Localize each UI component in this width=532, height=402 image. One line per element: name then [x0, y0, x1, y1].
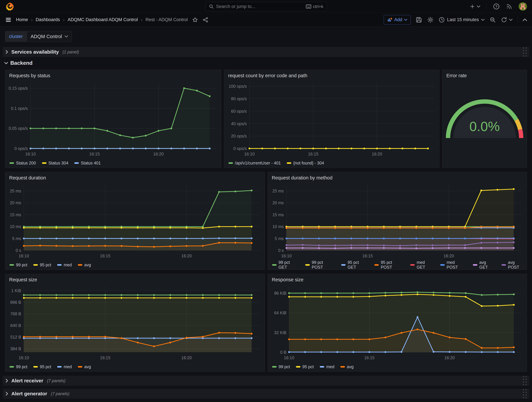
- legend-item[interactable]: Status 401: [74, 161, 101, 166]
- svg-text:16:15: 16:15: [308, 152, 318, 156]
- svg-text:10 ms: 10 ms: [10, 224, 21, 229]
- legend-item[interactable]: med: [320, 364, 334, 369]
- variable-value-dropdown[interactable]: ADQM Control: [27, 31, 72, 42]
- legend-item[interactable]: 99 pct POST: [305, 260, 335, 270]
- legend-item[interactable]: 95 pct: [33, 364, 51, 369]
- svg-text:16:15: 16:15: [100, 254, 110, 258]
- legend-swatch: [228, 162, 233, 164]
- news-button[interactable]: [506, 3, 512, 10]
- help-button[interactable]: ?: [493, 3, 500, 10]
- avatar[interactable]: [519, 2, 527, 11]
- chevron-down-icon: [509, 18, 513, 21]
- breadcrumb-dashboards[interactable]: Dashboards: [36, 17, 60, 22]
- panel-title[interactable]: Error rate: [442, 70, 527, 80]
- legend-item[interactable]: avg GET: [473, 260, 495, 270]
- legend-item[interactable]: med: [57, 262, 72, 267]
- legend-item[interactable]: 99 pct: [9, 262, 27, 267]
- breadcrumb-folder[interactable]: ADQMC Dashboard ADQM Control: [68, 17, 138, 22]
- request-size-chart[interactable]: 384 B512 B640 B768 B896 B1 KiB16:1016:15…: [5, 284, 265, 362]
- svg-text:16:20: 16:20: [153, 152, 164, 156]
- gear-icon: [427, 17, 434, 23]
- request-duration-by-method-chart[interactable]: 0 s5 ms10 ms15 ms20 ms25 ms16:1016:1516:…: [268, 182, 527, 260]
- panel-title[interactable]: Request duration: [5, 172, 265, 182]
- svg-text:16:15: 16:15: [362, 254, 373, 258]
- row-backend[interactable]: Backend: [4, 60, 532, 66]
- legend-label: avg GET: [479, 260, 495, 270]
- panel-title[interactable]: request count by error code and path: [224, 70, 439, 80]
- row-services-availability[interactable]: Services availability (1 panel): [3, 47, 529, 57]
- legend-item[interactable]: avg: [78, 262, 91, 267]
- legend-swatch: [410, 264, 415, 266]
- error-rate-gauge[interactable]: 0.0%: [442, 80, 527, 168]
- legend-label: med POST: [447, 260, 467, 270]
- chevron-up-icon: [523, 18, 527, 22]
- panel-title[interactable]: Response size: [268, 274, 527, 284]
- legend-item[interactable]: med GET: [410, 260, 434, 270]
- global-search[interactable]: ctrl+k: [205, 2, 327, 11]
- legend-label: avg POST: [508, 260, 527, 270]
- new-button[interactable]: [469, 4, 480, 9]
- svg-text:0 ops/s: 0 ops/s: [14, 146, 28, 151]
- legend-item[interactable]: 95 pct: [33, 262, 51, 267]
- refresh-button[interactable]: [501, 17, 513, 23]
- legend-swatch: [287, 162, 291, 164]
- divider: [487, 3, 487, 10]
- legend-swatch: [305, 264, 310, 266]
- variable-label[interactable]: cluster: [5, 31, 27, 42]
- legend-item[interactable]: {not found} - 304: [287, 161, 324, 166]
- legend-item[interactable]: Status 304: [42, 161, 69, 166]
- svg-text:16:20: 16:20: [181, 254, 192, 258]
- legend-item[interactable]: 95 pct: [296, 364, 314, 369]
- svg-text:96 KiB: 96 KiB: [274, 291, 286, 296]
- row-drag-handle[interactable]: [523, 47, 527, 57]
- legend-item[interactable]: 95 pct POST: [374, 260, 404, 270]
- panel-title[interactable]: Requests by status: [5, 70, 221, 80]
- requests-by-status-chart[interactable]: 0 ops/s0.05 ops/s0.1 ops/s0.15 ops/s16:1…: [5, 80, 221, 158]
- legend-item[interactable]: 99 pct GET: [272, 260, 299, 270]
- collapse-toolbar-button[interactable]: [523, 18, 527, 22]
- legend-item[interactable]: med POST: [440, 260, 467, 270]
- legend-item[interactable]: Status 200: [9, 161, 36, 166]
- row-drag-handle[interactable]: [523, 376, 527, 385]
- zoom-out-time-button[interactable]: [489, 17, 496, 23]
- row-alert-generator[interactable]: Alert generator (7 panels): [3, 389, 529, 399]
- chevron-down-icon: [481, 18, 485, 21]
- time-range-picker[interactable]: Last 15 minutes: [439, 17, 485, 23]
- grafana-logo[interactable]: [5, 2, 15, 11]
- response-size-chart[interactable]: 0 B32 KiB64 KiB96 KiB16:1016:1516:20: [268, 284, 527, 362]
- panel-title[interactable]: Request size: [5, 274, 265, 284]
- save-dashboard-button[interactable]: [416, 17, 422, 23]
- svg-text:25 ms: 25 ms: [10, 189, 21, 193]
- svg-text:25 ms: 25 ms: [272, 189, 284, 193]
- legend-swatch: [341, 264, 346, 266]
- legend-item[interactable]: 95 pct GET: [341, 260, 368, 270]
- row-alert-receiver[interactable]: Alert receiver (7 panels): [3, 376, 529, 386]
- breadcrumb-separator: ›: [63, 17, 65, 23]
- legend-swatch: [57, 264, 62, 266]
- favorite-button[interactable]: [192, 17, 198, 23]
- add-panel-button[interactable]: Add: [384, 15, 411, 25]
- svg-text:0 B: 0 B: [280, 350, 286, 355]
- legend-item[interactable]: avg: [78, 364, 91, 369]
- dashboard-settings-button[interactable]: [427, 17, 434, 23]
- request-duration-chart[interactable]: 0 s5 ms10 ms15 ms20 ms25 ms16:1016:1516:…: [5, 182, 265, 260]
- legend-label: avg: [347, 364, 354, 369]
- panel-title[interactable]: Request duration by method: [268, 172, 527, 182]
- legend-item[interactable]: avg POST: [501, 260, 527, 270]
- mega-menu-button[interactable]: [5, 17, 12, 23]
- breadcrumb-separator: ›: [141, 17, 142, 23]
- legend-item[interactable]: med: [57, 364, 72, 369]
- request-count-chart[interactable]: 0 ops/s20 ops/s40 ops/s60 ops/s80 ops/s1…: [224, 80, 439, 158]
- legend-item[interactable]: /api/v1/currentUser - 401: [228, 161, 281, 166]
- legend-label: 99 pct POST: [312, 260, 335, 270]
- search-input[interactable]: [216, 4, 304, 9]
- row-drag-handle[interactable]: [523, 389, 527, 398]
- legend-item[interactable]: 99 pct: [9, 364, 27, 369]
- svg-text:32 KiB: 32 KiB: [274, 330, 286, 335]
- breadcrumb-home[interactable]: Home: [16, 17, 28, 22]
- legend-item[interactable]: 99 pct: [272, 364, 290, 369]
- share-button[interactable]: [203, 17, 209, 23]
- legend-label: avg: [84, 262, 91, 267]
- legend-item[interactable]: avg: [340, 364, 354, 369]
- svg-text:16:10: 16:10: [25, 152, 36, 156]
